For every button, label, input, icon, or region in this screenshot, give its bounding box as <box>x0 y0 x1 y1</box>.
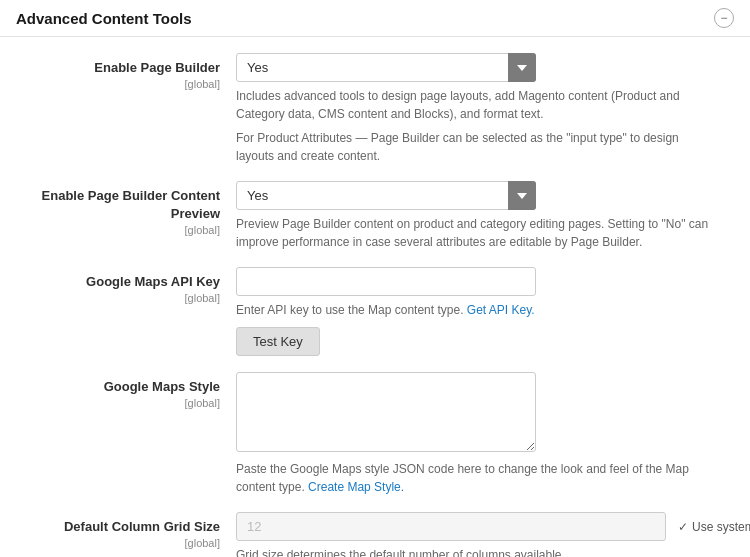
google-maps-api-key-note-plain: Enter API key to use the Map content typ… <box>236 303 467 317</box>
google-maps-api-key-scope: [global] <box>16 291 220 306</box>
google-maps-api-key-note: Enter API key to use the Map content typ… <box>236 301 716 319</box>
enable-preview-label: Enable Page Builder Content Preview <box>42 188 220 221</box>
enable-page-builder-select-wrapper: Yes No <box>236 53 536 82</box>
enable-page-builder-scope: [global] <box>16 77 220 92</box>
google-maps-api-key-row: Google Maps API Key [global] Enter API k… <box>0 267 750 356</box>
google-maps-api-key-input[interactable] <box>236 267 536 296</box>
google-maps-style-label: Google Maps Style <box>104 379 220 394</box>
create-map-style-link[interactable]: Create Map Style. <box>308 480 404 494</box>
google-maps-api-key-label: Google Maps API Key <box>86 274 220 289</box>
collapse-button[interactable]: − <box>714 8 734 28</box>
google-maps-style-note-plain: Paste the Google Maps style JSON code he… <box>236 462 689 494</box>
default-column-grid-input[interactable] <box>236 512 666 541</box>
enable-preview-scope: [global] <box>16 223 220 238</box>
enable-preview-field-col: Yes No Preview Page Builder content on p… <box>236 181 734 251</box>
google-maps-style-textarea[interactable] <box>236 372 536 452</box>
checkmark-icon: ✓ <box>678 520 688 534</box>
google-maps-style-label-col: Google Maps Style [global] <box>16 372 236 412</box>
enable-preview-row: Enable Page Builder Content Preview [glo… <box>0 181 750 251</box>
enable-page-builder-row: Enable Page Builder [global] Yes No Incl… <box>0 53 750 165</box>
google-maps-api-key-field-col: Enter API key to use the Map content typ… <box>236 267 734 356</box>
page-header: Advanced Content Tools − <box>0 0 750 37</box>
google-maps-style-note: Paste the Google Maps style JSON code he… <box>236 460 716 496</box>
enable-preview-select[interactable]: Yes No <box>236 181 536 210</box>
default-column-grid-label: Default Column Grid Size <box>64 519 220 534</box>
google-maps-style-field-col: Paste the Google Maps style JSON code he… <box>236 372 734 496</box>
enable-page-builder-field-col: Yes No Includes advanced tools to design… <box>236 53 734 165</box>
default-column-grid-scope: [global] <box>16 536 220 551</box>
enable-preview-select-wrapper: Yes No <box>236 181 536 210</box>
enable-page-builder-note2: For Product Attributes — Page Builder ca… <box>236 129 716 165</box>
google-maps-style-scope: [global] <box>16 396 220 411</box>
test-key-button[interactable]: Test Key <box>236 327 320 356</box>
default-column-grid-row: Default Column Grid Size [global] ✓ Use … <box>0 512 750 557</box>
enable-preview-note: Preview Page Builder content on product … <box>236 215 716 251</box>
enable-page-builder-label: Enable Page Builder <box>94 60 220 75</box>
default-column-grid-field-col: ✓ Use system value Grid size determines … <box>236 512 750 557</box>
test-key-button-wrapper: Test Key <box>236 319 734 356</box>
enable-page-builder-select[interactable]: Yes No <box>236 53 536 82</box>
enable-page-builder-note1: Includes advanced tools to design page l… <box>236 87 716 123</box>
default-column-grid-label-col: Default Column Grid Size [global] <box>16 512 236 552</box>
default-column-grid-use-system-label[interactable]: ✓ Use system value <box>678 520 750 534</box>
default-column-grid-note: Grid size determines the default number … <box>236 546 716 557</box>
google-maps-style-row: Google Maps Style [global] Paste the Goo… <box>0 372 750 496</box>
default-column-grid-use-system-text: Use system value <box>692 520 750 534</box>
google-maps-api-key-label-col: Google Maps API Key [global] <box>16 267 236 307</box>
enable-page-builder-label-col: Enable Page Builder [global] <box>16 53 236 93</box>
enable-preview-label-col: Enable Page Builder Content Preview [glo… <box>16 181 236 239</box>
default-column-grid-input-row: ✓ Use system value <box>236 512 750 541</box>
form-content: Enable Page Builder [global] Yes No Incl… <box>0 37 750 557</box>
page-title: Advanced Content Tools <box>16 10 192 27</box>
get-api-key-link[interactable]: Get API Key. <box>467 303 535 317</box>
